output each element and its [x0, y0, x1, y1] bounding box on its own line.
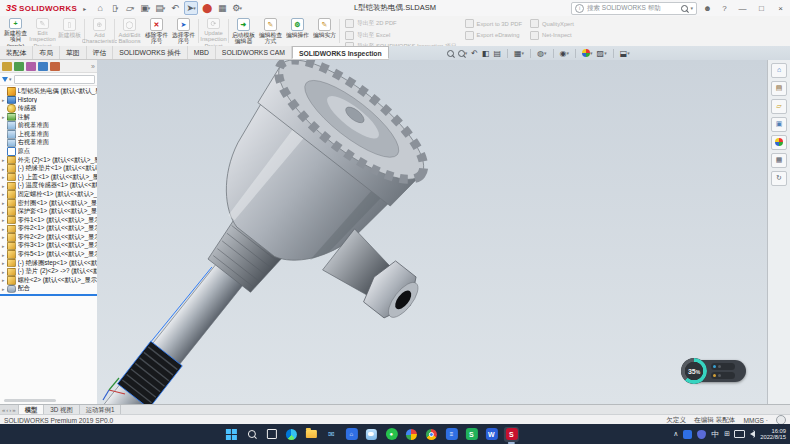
select-balloons-button[interactable]: ➤选择零件序号 — [170, 16, 197, 46]
hide-show-items-icon[interactable]: ◉▾ — [560, 49, 570, 58]
tray-shield-icon[interactable] — [697, 430, 706, 439]
tab-mbd[interactable]: MBD — [188, 46, 216, 59]
home-icon[interactable]: ⌂ — [94, 2, 106, 14]
tree-item-mates[interactable]: ▸配合 — [0, 285, 97, 294]
taskbar-clock[interactable]: 16:09 2022/8/15 — [760, 428, 786, 441]
tray-app-icon-blue[interactable] — [683, 430, 692, 439]
save-icon[interactable]: ▣▾ — [139, 2, 151, 14]
zoom-to-area-icon[interactable]: ▾ — [458, 50, 468, 57]
tree-item-bolt[interactable]: ▸螺栓<2> (默认<<默认>_显示状态 — [0, 276, 97, 285]
tree-item-insulation-ring-step[interactable]: ▸(-) 绝缘圈step<1> (默认<<默认> — [0, 259, 97, 268]
dynamic-annotation-views-icon[interactable]: ▤ — [493, 49, 501, 58]
filter-dropdown-icon[interactable]: ▾ — [9, 76, 12, 82]
tree-item-shell[interactable]: ▸外壳 (2)<1> (默认<<默认>_显示状 — [0, 156, 97, 165]
edit-vendors-button[interactable]: ✎编辑实方 — [311, 16, 338, 46]
color-wheel-app-icon[interactable] — [404, 427, 419, 442]
help-icon[interactable]: ? — [718, 4, 731, 13]
view-palette-icon[interactable]: ▣ — [771, 117, 787, 132]
appearances-scenes-icon[interactable] — [771, 135, 787, 150]
tab-sketch[interactable]: 草图 — [60, 46, 87, 59]
ime-language-indicator[interactable]: 中 — [711, 429, 719, 440]
edit-inspection-methods-button[interactable]: ✎编辑检查方式 — [257, 16, 284, 46]
tree-item-sensors[interactable]: 传感器 — [0, 104, 97, 113]
taskbar-search-icon[interactable] — [244, 427, 259, 442]
tree-item-protective-sleeve[interactable]: ▸保护套<1> (默认<<默认>_显示状 — [0, 207, 97, 216]
weather-icon[interactable] — [364, 427, 379, 442]
microsoft-store-icon[interactable]: ⌂ — [344, 427, 359, 442]
screen-recorder-zoom-widget[interactable]: 35% — [684, 360, 746, 382]
minimize-button[interactable]: — — [735, 1, 750, 15]
rebuild-icon[interactable]: ⬤ — [201, 2, 213, 14]
solidworks-resources-icon[interactable]: ⌂ — [771, 63, 787, 78]
propertymanager-icon[interactable] — [14, 62, 24, 71]
search-input[interactable]: i 搜索 SOLIDWORKS 帮助 ▾ — [571, 2, 697, 15]
graphics-viewport[interactable]: 35% — [97, 60, 768, 404]
tab-solidworks-addins[interactable]: SOLIDWORKS 插件 — [113, 46, 188, 59]
edit-operations-button[interactable]: ⚙编辑操作 — [284, 16, 311, 46]
solidworks-forum-icon[interactable]: ↻ — [771, 171, 787, 186]
restore-button[interactable]: □ — [754, 1, 769, 15]
chrome-icon[interactable] — [424, 427, 439, 442]
tray-chevron-icon[interactable]: ∧ — [673, 430, 678, 438]
print-icon[interactable]: ▤▾ — [154, 2, 166, 14]
tree-item-part2-2[interactable]: ▸零件2<2> (默认<<默认>_显示状态 — [0, 233, 97, 242]
remove-balloons-button[interactable]: ✕移除零件序号 — [143, 16, 170, 46]
filter-icon[interactable] — [2, 77, 8, 82]
solidworks-taskbar-icon[interactable]: S — [504, 427, 519, 442]
view-settings-icon[interactable]: ⬓▾ — [620, 49, 630, 58]
search-icon[interactable] — [681, 5, 688, 12]
panel-splitter[interactable] — [0, 294, 97, 296]
tree-item-annotations[interactable]: ▸注解 — [0, 113, 97, 122]
file-explorer-icon[interactable]: ▱ — [771, 99, 787, 114]
tree-item-part3[interactable]: ▸零件3<1> (默认<<默认>_显示状态 — [0, 242, 97, 251]
task-view-icon[interactable] — [264, 427, 279, 442]
tree-item-insulation-gasket[interactable]: ▸(-) 绝缘垫片<1> (默认<<默认>_显 — [0, 164, 97, 173]
wechat-icon[interactable]: ● — [384, 427, 399, 442]
tab-assembly[interactable]: 装配体 — [0, 46, 33, 59]
zoom-to-fit-icon[interactable] — [447, 50, 454, 57]
tree-item-temp-sensor[interactable]: ▸(-) 温度传感器<1> (默认<<默认>_ — [0, 182, 97, 191]
close-button[interactable]: × — [773, 1, 788, 15]
section-view-icon[interactable]: ◧ — [482, 49, 490, 58]
custom-properties-icon[interactable]: ▦ — [771, 153, 787, 168]
launch-template-editor-button[interactable]: ➜启动模板编辑器 — [230, 16, 257, 46]
tree-item-fixing-bolt[interactable]: ▸固定螺栓<1> (默认<<默认>_显示 — [0, 190, 97, 199]
panel-overflow-chevron-icon[interactable]: » — [91, 63, 95, 70]
user-account-icon[interactable]: ☻ — [701, 4, 714, 13]
displaymanager-icon[interactable] — [50, 62, 60, 71]
tree-item-root[interactable]: L型铠装热电偶 (默认<默认_显示状态-1 — [0, 87, 97, 96]
volume-icon[interactable] — [750, 431, 755, 437]
tree-item-top-cover[interactable]: ▸(-) 上盖<1> (默认<<默认>_显示状 — [0, 173, 97, 182]
previous-view-icon[interactable]: ↶ — [471, 49, 478, 58]
display-icon[interactable]: ▦ — [216, 2, 228, 14]
configurationmanager-icon[interactable] — [26, 62, 36, 71]
recorder-button-2[interactable] — [711, 372, 735, 379]
recorder-button-1[interactable] — [711, 363, 735, 370]
tab-evaluate[interactable]: 评估 — [87, 46, 114, 59]
panel-horizontal-scrollbar[interactable] — [4, 399, 56, 402]
tree-item-top-plane[interactable]: 上视基准面 — [0, 130, 97, 139]
menu-expand-arrow[interactable]: ▸ — [83, 5, 86, 12]
tree-item-part1[interactable]: ▸零件1<1> (默认<<默认>_显示状态- — [0, 216, 97, 225]
tree-item-right-plane[interactable]: 右视基准面 — [0, 139, 97, 148]
edge-icon[interactable] — [284, 427, 299, 442]
featuremanager-tree-icon[interactable] — [2, 62, 12, 71]
options-icon[interactable]: ⚙▾ — [231, 2, 243, 14]
display-style-icon[interactable]: ◍▾ — [537, 49, 547, 58]
tab-layout[interactable]: 布局 — [33, 46, 60, 59]
tree-item-front-plane[interactable]: 前视基准面 — [0, 121, 97, 130]
file-explorer-taskbar-icon[interactable] — [304, 427, 319, 442]
tree-item-part5[interactable]: ▸零件5<1> (默认<<默认>_显示状态 — [0, 250, 97, 259]
search-dropdown-icon[interactable]: ▾ — [690, 5, 693, 11]
start-button[interactable] — [224, 427, 239, 442]
tree-item-history[interactable]: ▸History — [0, 96, 97, 105]
design-library-icon[interactable]: ▤ — [771, 81, 787, 96]
tree-item-seal-ring[interactable]: ▸密封圈<1> (默认<<默认>_显示状 — [0, 199, 97, 208]
touch-keyboard-icon[interactable]: ⊞ — [724, 430, 729, 438]
tree-item-gasket[interactable]: ▸(-) 垫片 (2)<2> ->? (默认<<默认> — [0, 267, 97, 276]
view-orientation-icon[interactable]: ▦▾ — [514, 49, 524, 58]
filter-input[interactable] — [14, 75, 95, 84]
edit-appearance-icon[interactable]: ▾ — [582, 49, 593, 57]
display-tray-icon[interactable] — [734, 430, 745, 438]
select-icon[interactable]: ➤▾ — [184, 1, 198, 15]
